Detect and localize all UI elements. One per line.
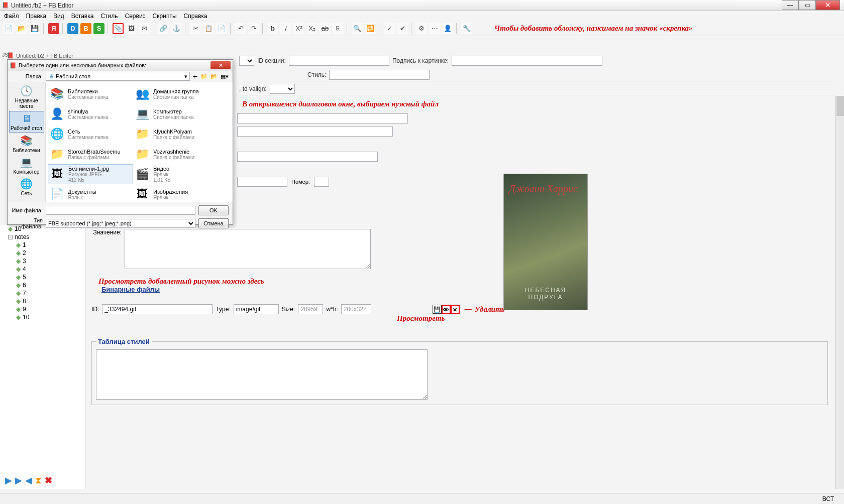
binary-type-input[interactable] (234, 304, 279, 314)
views-icon[interactable]: ▦▾ (221, 73, 229, 80)
back-icon[interactable]: ⬅ (193, 73, 197, 80)
delete-icon[interactable]: ✖ (45, 475, 52, 486)
tree-item[interactable]: ◆4 (0, 265, 85, 273)
number-input[interactable] (314, 177, 329, 187)
dialog-close-button[interactable]: ✕ (210, 61, 231, 69)
folder-dropdown[interactable]: 🖥 Рабочий стол ▾ (46, 72, 190, 81)
tree-item[interactable]: ◆3 (0, 257, 85, 265)
tree-item[interactable]: ◆5 (0, 273, 85, 281)
more-icon[interactable]: ⋯ (429, 23, 440, 34)
find-icon[interactable]: 🔍 (352, 23, 363, 34)
minimize-button[interactable]: — (782, 0, 799, 10)
menu-service[interactable]: Сервис (125, 13, 146, 20)
binary-id-input[interactable] (102, 304, 213, 314)
file-item[interactable]: 🖼Без имени-1.jpgРисунок JPEG412 КБ (48, 164, 133, 184)
arrow-left-icon[interactable]: ◀ (25, 475, 32, 486)
letter-d-icon[interactable]: D (67, 23, 78, 34)
image-icon[interactable]: 🖼 (126, 23, 137, 34)
letter-y-icon[interactable]: Я (48, 23, 59, 34)
text-input-4[interactable] (237, 177, 287, 187)
ok-button[interactable]: OK (198, 205, 229, 215)
file-item[interactable]: 📁VozvrashhenieПапка с файлами (133, 144, 219, 164)
file-item[interactable]: 📁KlyuchKPolyamПапка с файлами (133, 124, 219, 144)
id-section-input[interactable] (289, 56, 389, 66)
tree-item[interactable]: ◆7 (0, 289, 85, 297)
hourglass-icon[interactable]: ⧗ (35, 475, 42, 486)
subscript-icon[interactable]: X₂ (306, 23, 318, 34)
arrow-right2-icon[interactable]: ▶ (15, 475, 22, 486)
value-textarea[interactable] (125, 229, 371, 269)
up-icon[interactable]: 📁 (200, 73, 207, 80)
vertical-scrollbar[interactable] (835, 96, 844, 489)
file-item[interactable]: 📁StorozhBratuSvoemuПапка с файлами (48, 144, 133, 164)
menu-view[interactable]: Вид (53, 13, 64, 20)
letter-b-icon[interactable]: B (80, 23, 91, 34)
file-item[interactable]: 🎬ВидеоЯрлык1,01 КБ (133, 164, 219, 184)
strikethrough-icon[interactable]: ab (320, 23, 331, 34)
code-icon[interactable]: ⎘ (333, 23, 344, 34)
settings-icon[interactable]: ⚙ (416, 23, 427, 34)
newfolder-icon[interactable]: 📂 (210, 73, 218, 80)
user-icon[interactable]: 👤 (442, 23, 453, 34)
file-item[interactable]: 🖼ИзображенияЯрлык (133, 184, 219, 202)
bold-icon[interactable]: b (267, 23, 278, 34)
tree-item[interactable]: ◆1 (0, 241, 85, 249)
save-icon[interactable]: 💾 (29, 23, 40, 34)
file-item[interactable]: 💻КомпьютерСистемная папка (133, 104, 219, 124)
view-binary-icon[interactable]: 👁 (442, 305, 451, 314)
redo-icon[interactable]: ↷ (248, 23, 259, 34)
tree-notes[interactable]: −notes (0, 233, 85, 241)
styles-textarea[interactable] (96, 349, 428, 400)
dropdown[interactable] (239, 56, 254, 66)
undo-icon[interactable]: ↶ (235, 23, 246, 34)
filename-input[interactable] (46, 206, 195, 215)
mail-icon[interactable]: ✉ (139, 23, 150, 34)
delete-binary-icon[interactable]: ✕ (451, 305, 460, 314)
menu-file[interactable]: Файл (4, 13, 19, 20)
side-computer[interactable]: 💻Компьютер (9, 155, 44, 176)
file-item[interactable]: 📄ДокументыЯрлык (48, 184, 133, 202)
link-icon[interactable]: 🔗 (158, 23, 169, 34)
caption-input[interactable] (452, 56, 602, 66)
spell-icon[interactable]: ✓ (384, 23, 395, 34)
tree-item[interactable]: ◆10 (0, 313, 85, 321)
side-libraries[interactable]: 📚Библиотеки (9, 134, 44, 154)
menu-help[interactable]: Справка (184, 13, 207, 20)
save-binary-icon[interactable]: 💾 (433, 305, 442, 314)
copy-icon[interactable]: 📋 (203, 23, 214, 34)
side-network[interactable]: 🌐Сеть (9, 177, 44, 197)
attach-icon[interactable]: 📎 (113, 23, 124, 34)
tree-item[interactable]: ◆9 (0, 305, 85, 313)
menu-style[interactable]: Стиль (100, 13, 118, 20)
letter-s-icon[interactable]: S (93, 23, 104, 34)
cancel-button[interactable]: Отмена (198, 218, 229, 228)
file-item[interactable]: 👥Домашняя группаСистемная папка (133, 84, 219, 104)
tree-item[interactable]: ◆2 (0, 249, 85, 257)
new-icon[interactable]: 📄 (3, 23, 14, 34)
replace-icon[interactable]: 🔁 (365, 23, 376, 34)
tool-icon[interactable]: 🔧 (461, 23, 472, 34)
menu-scripts[interactable]: Скрипты (153, 13, 177, 20)
open-icon[interactable]: 📂 (16, 23, 27, 34)
superscript-icon[interactable]: X² (293, 23, 304, 34)
side-recent[interactable]: 🕓Недавние места (9, 84, 44, 110)
text-input-3[interactable] (237, 152, 378, 162)
file-item[interactable]: 👤shinulyaСистемная папка (48, 104, 133, 124)
maximize-button[interactable]: ▭ (799, 0, 816, 10)
filetype-select[interactable]: FBE supported (*.jpg;*.jpeg;*.png) (46, 219, 195, 228)
text-input-2[interactable] (237, 127, 393, 137)
style-input[interactable] (329, 70, 430, 80)
arrow-right-icon[interactable]: ▶ (5, 475, 12, 486)
paste-icon[interactable]: 📄 (216, 23, 227, 34)
tree-item[interactable]: ◆6 (0, 281, 85, 289)
file-item[interactable]: 📚БиблиотекиСистемная папка (48, 84, 133, 104)
tree-item[interactable]: ◆8 (0, 297, 85, 305)
file-item[interactable]: 🌐СетьСистемная папка (48, 124, 133, 144)
cut-icon[interactable]: ✂ (190, 23, 201, 34)
italic-icon[interactable]: i (280, 23, 291, 34)
menu-insert[interactable]: Вставка (71, 13, 94, 20)
td-valign-select[interactable] (270, 84, 295, 94)
validate-icon[interactable]: ✔ (397, 23, 408, 34)
close-button[interactable]: ✕ (816, 0, 840, 10)
anchor-icon[interactable]: ⚓ (171, 23, 182, 34)
